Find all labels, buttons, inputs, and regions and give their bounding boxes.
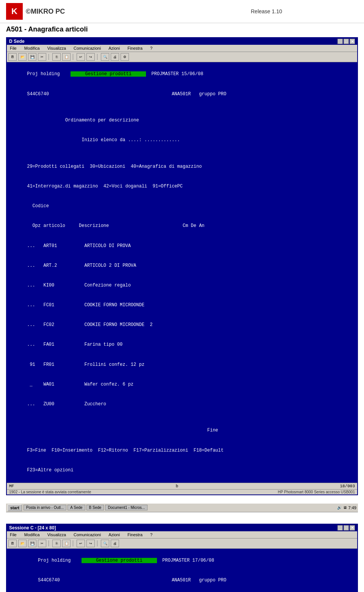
term1-line22: F3=Fine F10=Inserimento F12=Ritorno F17=… xyxy=(11,441,353,460)
company-name: ©MIKRO PC xyxy=(26,8,65,16)
menu2-azioni[interactable]: Azioni xyxy=(107,532,121,537)
term1-line14: ... FC01 COOKIE FORNO MICROONDE xyxy=(11,296,353,315)
window2-btns: _ □ ✕ xyxy=(337,525,355,531)
status-right: 18/003 xyxy=(340,484,355,488)
term2-line3 xyxy=(11,590,353,592)
menu-help[interactable]: ? xyxy=(149,46,154,51)
tb-sep-2 xyxy=(73,54,74,60)
term1-line9: Codice xyxy=(11,197,353,216)
tb2-btn-7[interactable]: ↩ xyxy=(77,540,85,547)
window1-btns: _ □ ✕ xyxy=(337,39,355,44)
tb2-btn-4[interactable]: ✂ xyxy=(38,540,46,547)
term1-line23: F23=Altre opzioni xyxy=(11,460,353,480)
page-title: A501 - Anagrafica articoli xyxy=(0,23,364,37)
menu-azioni[interactable]: Azioni xyxy=(107,46,121,51)
bottom-left: 1902 - La sessione è stata avviata corre… xyxy=(9,490,91,494)
tb-btn-9[interactable]: 🔍 xyxy=(101,53,109,61)
tb2-btn-2[interactable]: 📂 xyxy=(18,540,27,547)
taskbar1-item4[interactable]: Document1 - Micros... xyxy=(105,505,147,510)
window2-toolbar: 🖹 📂 💾 ✂ ⎘ 📋 ↩ ↪ 🔍 🖨 xyxy=(7,538,357,549)
menu-finestra[interactable]: Finestra xyxy=(126,46,144,51)
term1-line10: Opz articolo Descrizione Cm De An xyxy=(11,216,353,236)
status-left: MF xyxy=(9,484,14,488)
tb2-btn-1[interactable]: 🖹 xyxy=(8,540,17,547)
minimize-btn-2[interactable]: _ xyxy=(337,525,343,531)
tb2-sep-1 xyxy=(49,540,50,546)
tb2-btn-6[interactable]: 📋 xyxy=(62,540,71,547)
menu-file[interactable]: File xyxy=(8,46,18,51)
menu-comunicazioni[interactable]: Comunicazioni xyxy=(72,46,102,51)
tb2-btn-8[interactable]: ↪ xyxy=(86,540,95,547)
term1-line3 xyxy=(11,104,353,110)
window2-menubar: File Modifica Visualizza Comunicazioni A… xyxy=(7,531,357,538)
term1-line6 xyxy=(11,150,353,157)
tb2-btn-9[interactable]: 🔍 xyxy=(101,540,109,547)
term1-line2: S44C6740 ANA501R gruppo PRO xyxy=(11,84,353,104)
logo-letter: K xyxy=(11,6,17,16)
menu2-modifica[interactable]: Modifica xyxy=(23,532,41,537)
tb2-btn-5[interactable]: ⎘ xyxy=(52,540,61,547)
start-button-1[interactable]: start xyxy=(8,504,22,511)
term1-line4: Ordinamento per descrizione xyxy=(11,111,353,131)
term1-line18: _ WA01 Wafer confez. 6 pz xyxy=(11,375,353,394)
window1: D Sede _ □ ✕ File Modifica Visualizza Co… xyxy=(6,37,358,495)
window1-toolbar: 🖹 📂 💾 ✂ ⎘ 📋 ↩ ↪ 🔍 🖨 ⚙ xyxy=(7,52,357,62)
term1-line21: Fine xyxy=(11,421,353,441)
window1-titlebar: D Sede _ □ ✕ xyxy=(7,38,357,45)
menu2-visualizza[interactable]: Visualizza xyxy=(46,532,67,537)
window2: Sessione C - [24 x 80] _ □ ✕ File Modifi… xyxy=(6,524,358,592)
term2-line1: Proj holding Gestione prodotti PROJMASTE… xyxy=(11,551,353,571)
window1-menubar: File Modifica Visualizza Comunicazioni A… xyxy=(7,45,357,52)
menu-modifica[interactable]: Modifica xyxy=(23,46,41,51)
tb2-sep-2 xyxy=(73,540,74,546)
menu-visualizza[interactable]: Visualizza xyxy=(46,46,67,51)
term1-line13: ... KI00 Confezione regalo xyxy=(11,276,353,296)
term1-line17: 91 FR01 Frollini confez. 12 pz xyxy=(11,355,353,375)
term1-line20 xyxy=(11,414,353,421)
taskbar1: start Posta in arrivo - Outl... A Sede B… xyxy=(6,503,358,512)
tb-btn-3[interactable]: 💾 xyxy=(28,53,36,61)
tb-btn-11[interactable]: ⚙ xyxy=(121,53,129,61)
tb-btn-4[interactable]: ✂ xyxy=(38,53,46,61)
term1-line11: ... ART01 ARTICOLO DI PROVA xyxy=(11,236,353,256)
tb-btn-5[interactable]: ⎘ xyxy=(52,53,61,61)
maximize-btn-2[interactable]: □ xyxy=(344,525,349,531)
tb-btn-2[interactable]: 📂 xyxy=(18,53,27,61)
tb-btn-8[interactable]: ↪ xyxy=(86,53,95,61)
term1-line8: 41=Interrogaz.di magazzino 42=Voci dogan… xyxy=(11,177,353,197)
clock-1: 7:49 xyxy=(348,505,356,510)
window1-title: D Sede xyxy=(9,39,25,44)
window1-statusbar: MF b 18/003 xyxy=(7,483,357,489)
menu2-finestra[interactable]: Finestra xyxy=(126,532,144,537)
tb-sep-3 xyxy=(97,54,99,60)
term1-line15: ... FC02 COOKIE FORNO MICROONDE 2 xyxy=(11,315,353,335)
tb-btn-7[interactable]: ↩ xyxy=(77,53,85,61)
close-btn-2[interactable]: ✕ xyxy=(350,525,355,531)
taskbar1-item2[interactable]: A Sede xyxy=(67,505,85,510)
bottom-right: HP Photosmart 8000 Series accesso USB001 xyxy=(278,490,355,494)
minimize-btn[interactable]: _ xyxy=(337,39,343,44)
maximize-btn[interactable]: □ xyxy=(344,39,349,44)
tb2-sep-3 xyxy=(97,540,99,546)
window1-bottom: 1902 - La sessione è stata avviata corre… xyxy=(7,489,357,494)
tb2-btn-10[interactable]: 🖨 xyxy=(111,540,119,547)
tb2-btn-3[interactable]: 💾 xyxy=(28,540,36,547)
status-mid: b xyxy=(176,484,178,488)
tb-btn-10[interactable]: 🖨 xyxy=(111,53,119,61)
tb-btn-1[interactable]: 🖹 xyxy=(8,53,17,61)
window2-title: Sessione C - [24 x 80] xyxy=(9,525,56,531)
release-text: Release 1.10 xyxy=(251,8,282,14)
tb-sep-1 xyxy=(49,54,50,60)
menu2-file[interactable]: File xyxy=(8,532,18,537)
menu2-comunicazioni[interactable]: Comunicazioni xyxy=(72,532,102,537)
term1-line7: 29=Prodotti collegati 30=Ubicazioni 40=A… xyxy=(11,157,353,176)
menu2-help[interactable]: ? xyxy=(149,532,154,537)
taskbar1-item1[interactable]: Posta in arrivo - Outl... xyxy=(24,505,66,510)
window2-terminal: Proj holding Gestione prodotti PROJMASTE… xyxy=(7,549,357,592)
term1-line16: ... FA01 Farina tipo 00 xyxy=(11,335,353,355)
header: K ©MIKRO PC Release 1.10 xyxy=(0,0,364,23)
tb-btn-6[interactable]: 📋 xyxy=(62,53,71,61)
close-btn[interactable]: ✕ xyxy=(350,39,355,44)
term1-line5: Inizio elenco da ....: ............. xyxy=(11,131,353,150)
taskbar1-item3[interactable]: B Sede xyxy=(86,505,104,510)
